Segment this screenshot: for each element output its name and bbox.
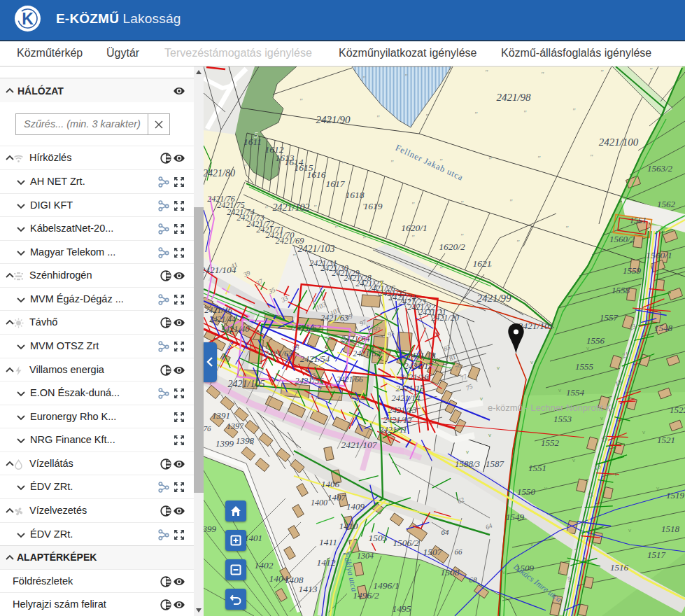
svg-text:": " [362, 234, 366, 243]
svg-text:1588/3: 1588/3 [455, 458, 481, 469]
svg-text:2421/107: 2421/107 [341, 440, 377, 450]
svg-text:": " [327, 115, 331, 124]
svg-text:1400: 1400 [311, 498, 327, 507]
svg-text:": " [439, 157, 443, 165]
svg-text:v: v [628, 527, 631, 533]
svg-text:2421/90: 2421/90 [316, 114, 351, 125]
svg-text:2421/13: 2421/13 [388, 405, 417, 415]
svg-text:1399: 1399 [216, 438, 234, 449]
svg-text:1560/1: 1560/1 [646, 250, 672, 260]
svg-text:1521: 1521 [657, 435, 675, 445]
svg-text:v: v [480, 396, 483, 402]
svg-text:": " [376, 113, 380, 122]
svg-text:1522: 1522 [670, 405, 685, 415]
svg-text:1560/2: 1560/2 [609, 234, 635, 244]
svg-text:1550: 1550 [517, 486, 536, 497]
svg-text:1558: 1558 [612, 285, 630, 295]
svg-text:1549: 1549 [506, 512, 525, 522]
svg-text:1413: 1413 [299, 584, 318, 594]
svg-text:v: v [530, 541, 533, 547]
svg-text:1407: 1407 [327, 492, 346, 503]
svg-text:": " [523, 108, 527, 117]
svg-text:1409: 1409 [346, 501, 365, 512]
svg-text:1495: 1495 [393, 603, 411, 614]
svg-text:1620/2: 1620/2 [439, 241, 465, 252]
svg-text:2421/14: 2421/14 [392, 393, 421, 403]
svg-text:2421/18: 2421/18 [407, 351, 437, 360]
svg-text:v: v [558, 569, 561, 575]
svg-text:v: v [593, 541, 596, 547]
svg-text:": " [474, 110, 478, 118]
svg-text:1619: 1619 [364, 201, 383, 211]
svg-text:1557: 1557 [600, 312, 619, 323]
svg-text:1562: 1562 [657, 199, 676, 209]
svg-text:": " [565, 224, 569, 232]
svg-text:76: 76 [204, 424, 211, 433]
svg-text:2421/105: 2421/105 [228, 379, 265, 389]
svg-text:v: v [488, 432, 491, 438]
svg-text:1561: 1561 [630, 216, 647, 225]
svg-text:": " [649, 66, 653, 74]
svg-text:v: v [558, 387, 561, 393]
svg-text:1412: 1412 [317, 557, 336, 568]
svg-text:2421/11: 2421/11 [379, 425, 407, 435]
svg-text:1587: 1587 [486, 458, 504, 469]
svg-text:1518: 1518 [661, 524, 680, 534]
svg-text:2421/46: 2421/46 [204, 305, 232, 315]
svg-text:v: v [530, 359, 533, 365]
svg-text:2421/20: 2421/20 [431, 313, 458, 323]
svg-text:2421/76: 2421/76 [207, 194, 234, 204]
svg-text:": " [516, 238, 520, 246]
svg-text:": " [411, 200, 415, 209]
svg-text:2421/40: 2421/40 [221, 324, 250, 334]
svg-text:1517: 1517 [647, 550, 666, 560]
svg-text:v: v [586, 345, 589, 351]
svg-text:1611: 1611 [243, 136, 262, 147]
svg-text:": " [541, 70, 544, 78]
svg-text:5: 5 [254, 130, 258, 140]
svg-text:": " [446, 70, 450, 78]
svg-text:1391: 1391 [212, 410, 230, 421]
svg-text:": " [334, 224, 338, 232]
svg-text:v: v [466, 449, 469, 455]
svg-text:": " [488, 155, 492, 164]
svg-text:e-közmű - Lechner Nonprofit K: e-közmű - Lechner Nonprofit K [488, 402, 612, 413]
svg-text:1402: 1402 [255, 560, 274, 570]
svg-text:1505: 1505 [369, 533, 388, 543]
svg-text:": " [460, 199, 464, 207]
svg-text:2421/15: 2421/15 [396, 384, 425, 393]
svg-text:": " [362, 202, 366, 210]
svg-text:1401: 1401 [244, 533, 262, 543]
svg-text:1554: 1554 [566, 387, 585, 398]
svg-text:1399: 1399 [204, 524, 217, 534]
svg-text:1410: 1410 [339, 521, 358, 531]
svg-text:": " [485, 68, 488, 76]
svg-text:v: v [572, 457, 575, 463]
svg-text:v: v [656, 485, 659, 491]
svg-text:1555: 1555 [575, 361, 594, 372]
svg-text:1496/2: 1496/2 [353, 590, 379, 601]
svg-text:v: v [497, 365, 500, 371]
svg-text:2421/99: 2421/99 [476, 293, 511, 304]
svg-text:1519: 1519 [666, 490, 685, 500]
svg-text:": " [425, 112, 429, 120]
svg-text:1556: 1556 [586, 335, 605, 346]
svg-text:": " [264, 204, 268, 213]
svg-text:2421/102: 2421/102 [273, 202, 310, 213]
svg-text:2421/66: 2421/66 [337, 375, 363, 384]
svg-text:1617: 1617 [326, 178, 346, 189]
svg-text:v: v [614, 471, 617, 477]
svg-text:": " [317, 76, 320, 84]
svg-text:v: v [544, 485, 547, 491]
svg-text:1620/1: 1620/1 [401, 223, 428, 233]
svg-text:": " [488, 263, 492, 272]
svg-text:": " [537, 154, 541, 162]
svg-text:66: 66 [455, 547, 463, 556]
svg-text:2421/54: 2421/54 [300, 354, 330, 364]
svg-text:64: 64 [442, 528, 450, 536]
svg-text:v: v [600, 415, 603, 421]
svg-text:1616: 1616 [307, 169, 326, 180]
svg-text:": " [404, 72, 408, 80]
svg-text:": " [292, 252, 296, 260]
svg-text:2421/98: 2421/98 [496, 92, 531, 103]
